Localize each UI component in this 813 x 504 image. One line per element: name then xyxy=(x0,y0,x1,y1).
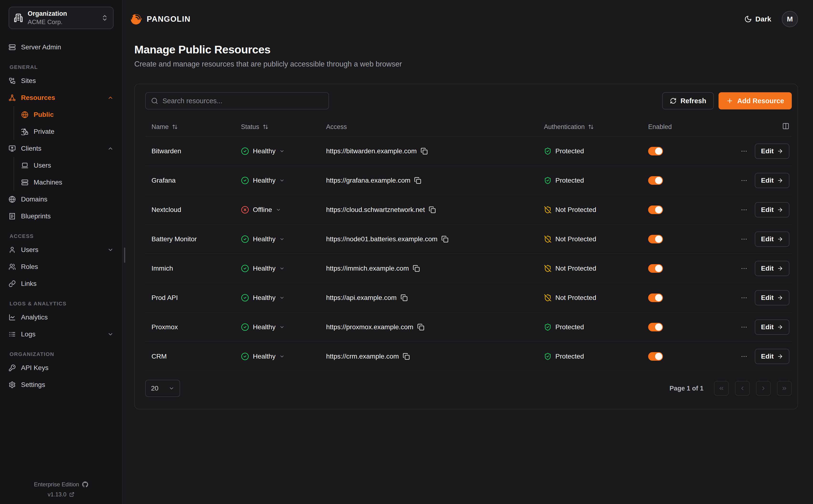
table-row: Bitwarden Healthy https://bitwarden.exam… xyxy=(145,137,792,166)
sidebar-item-client-users[interactable]: Users xyxy=(14,157,114,174)
row-menu-button[interactable] xyxy=(741,294,748,301)
copy-icon xyxy=(417,324,425,331)
enabled-toggle[interactable] xyxy=(648,323,663,331)
status-cell[interactable]: Healthy xyxy=(235,235,320,243)
chevron-up-icon xyxy=(107,145,114,152)
columns-toggle-button[interactable] xyxy=(782,123,789,131)
copy-url-button[interactable] xyxy=(429,206,436,213)
sidebar-item-roles[interactable]: Roles xyxy=(9,258,114,275)
pangolin-logo-icon xyxy=(130,13,142,25)
chevrons-right-icon xyxy=(781,385,787,391)
status-cell[interactable]: Healthy xyxy=(235,176,320,185)
waypoints-icon xyxy=(9,94,16,101)
github-icon[interactable] xyxy=(82,481,88,488)
copy-url-button[interactable] xyxy=(414,177,421,184)
toggle-knob xyxy=(655,236,662,243)
row-menu-button[interactable] xyxy=(741,236,748,243)
header-status[interactable]: Status xyxy=(235,123,320,131)
search-icon xyxy=(151,97,158,104)
row-menu-button[interactable] xyxy=(741,265,748,272)
sidebar-item-resources[interactable]: Resources xyxy=(9,89,114,106)
search-box xyxy=(145,92,329,109)
status-cell[interactable]: Healthy xyxy=(235,264,320,273)
theme-toggle[interactable]: Dark xyxy=(744,15,771,23)
copy-url-button[interactable] xyxy=(403,353,410,360)
header-name[interactable]: Name xyxy=(145,123,235,131)
add-resource-button[interactable]: Add Resource xyxy=(719,92,792,109)
sidebar-item-users[interactable]: Users xyxy=(9,241,114,258)
status-cell[interactable]: Healthy xyxy=(235,323,320,331)
sidebar-item-api-keys[interactable]: API Keys xyxy=(9,359,114,376)
enabled-toggle[interactable] xyxy=(648,264,663,273)
copy-url-button[interactable] xyxy=(421,148,428,155)
edition-label: Enterprise Edition xyxy=(34,481,79,488)
sidebar-item-private[interactable]: Private xyxy=(14,123,114,140)
search-input[interactable] xyxy=(162,97,323,105)
refresh-button[interactable]: Refresh xyxy=(662,92,714,109)
sidebar-item-domains[interactable]: Domains xyxy=(9,191,114,208)
sidebar-item-logs[interactable]: Logs xyxy=(9,326,114,343)
status-cell[interactable]: Healthy xyxy=(235,147,320,155)
edit-button[interactable]: Edit xyxy=(755,290,789,305)
enabled-toggle[interactable] xyxy=(648,235,663,243)
page-subtitle: Create and manage resources that are pub… xyxy=(134,60,798,68)
last-page-button[interactable] xyxy=(777,381,792,396)
header-authentication[interactable]: Authentication xyxy=(538,123,642,131)
chevron-down-icon xyxy=(279,266,284,271)
row-menu-button[interactable] xyxy=(741,353,748,360)
edit-button[interactable]: Edit xyxy=(755,261,789,276)
copy-url-button[interactable] xyxy=(413,265,420,272)
globe-icon xyxy=(21,111,28,118)
edit-button[interactable]: Edit xyxy=(755,202,789,217)
row-menu-button[interactable] xyxy=(741,148,748,155)
sidebar-item-machines[interactable]: Machines xyxy=(14,174,114,191)
row-menu-button[interactable] xyxy=(741,177,748,184)
enabled-toggle[interactable] xyxy=(648,176,663,185)
sidebar-item-links[interactable]: Links xyxy=(9,275,114,292)
status-cell[interactable]: Healthy xyxy=(235,352,320,360)
sidebar-scrollbar-thumb[interactable] xyxy=(124,247,125,263)
resource-url: https://node01.batteries.example.com xyxy=(326,235,438,243)
row-menu-button[interactable] xyxy=(741,324,748,331)
sidebar-item-clients[interactable]: Clients xyxy=(9,140,114,157)
copy-url-button[interactable] xyxy=(400,294,408,301)
page-size-select[interactable]: 20 xyxy=(145,380,180,397)
avatar[interactable]: M xyxy=(782,11,798,27)
copy-url-button[interactable] xyxy=(417,324,425,331)
status-cell[interactable]: Offline xyxy=(235,206,320,214)
sidebar-item-server-admin[interactable]: Server Admin xyxy=(9,39,114,56)
sidebar-item-blueprints[interactable]: Blueprints xyxy=(9,208,114,225)
auth-cell: Protected xyxy=(538,147,642,155)
table-row: Prod API Healthy https://api.example.com… xyxy=(145,283,792,313)
next-page-button[interactable] xyxy=(756,381,771,396)
chevron-up-icon xyxy=(107,95,114,101)
enabled-toggle[interactable] xyxy=(648,352,663,361)
edit-button[interactable]: Edit xyxy=(755,231,789,247)
sidebar-item-sites[interactable]: Sites xyxy=(9,72,114,89)
org-switcher[interactable]: Organization ACME Corp. xyxy=(9,7,114,29)
sidebar-item-public[interactable]: Public xyxy=(14,106,114,123)
external-link-icon[interactable] xyxy=(69,492,74,497)
edit-button[interactable]: Edit xyxy=(755,144,789,159)
users-icon xyxy=(9,263,16,270)
table-header: Name Status Access Authentication Enable… xyxy=(145,118,792,137)
chevron-down-icon xyxy=(276,207,281,212)
enabled-toggle[interactable] xyxy=(648,206,663,214)
shield-off-icon xyxy=(544,206,552,214)
shield-off-icon xyxy=(544,265,552,272)
sidebar-item-settings[interactable]: Settings xyxy=(9,376,114,393)
copy-url-button[interactable] xyxy=(441,236,449,243)
enabled-toggle[interactable] xyxy=(648,293,663,302)
resource-url: https://bitwarden.example.com xyxy=(326,147,417,155)
edit-button[interactable]: Edit xyxy=(755,319,789,335)
user-icon xyxy=(9,246,16,253)
status-cell[interactable]: Healthy xyxy=(235,294,320,302)
edit-button[interactable]: Edit xyxy=(755,173,789,188)
first-page-button[interactable] xyxy=(714,381,729,396)
edit-button[interactable]: Edit xyxy=(755,349,789,364)
sidebar-item-analytics[interactable]: Analytics xyxy=(9,309,114,326)
enabled-toggle[interactable] xyxy=(648,147,663,155)
prev-page-button[interactable] xyxy=(735,381,750,396)
resource-name: Grafana xyxy=(145,177,235,184)
row-menu-button[interactable] xyxy=(741,206,748,213)
